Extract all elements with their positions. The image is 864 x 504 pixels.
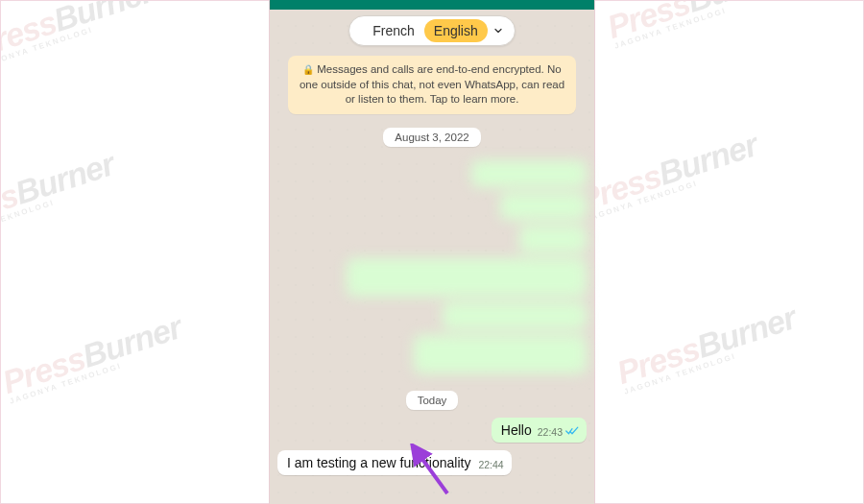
language-option-french[interactable]: French bbox=[363, 19, 424, 42]
message-meta: 22:44 bbox=[478, 459, 503, 470]
message-text: Hello bbox=[501, 422, 532, 438]
chat-scroll-area[interactable]: French English 🔒Messages and calls are e… bbox=[270, 0, 594, 504]
redacted-messages-block bbox=[337, 160, 587, 373]
message-time: 22:43 bbox=[538, 426, 563, 438]
date-separator: Today bbox=[406, 391, 459, 410]
double-check-read-icon bbox=[565, 426, 579, 438]
incoming-message-bubble[interactable]: I am testing a new functionality 22:44 bbox=[277, 450, 512, 475]
chevron-down-icon[interactable] bbox=[488, 25, 509, 36]
date-separator: August 3, 2022 bbox=[383, 128, 480, 147]
message-time: 22:44 bbox=[478, 459, 503, 470]
message-meta: 22:43 bbox=[538, 426, 579, 438]
message-text: I am testing a new functionality bbox=[287, 455, 470, 470]
language-switch: French English bbox=[348, 15, 516, 46]
encryption-notice[interactable]: 🔒Messages and calls are end-to-end encry… bbox=[288, 56, 576, 114]
outgoing-message-bubble[interactable]: Hello 22:43 bbox=[492, 418, 587, 443]
lock-icon: 🔒 bbox=[302, 64, 314, 75]
language-option-english[interactable]: English bbox=[424, 19, 488, 42]
encryption-notice-text: Messages and calls are end-to-end encryp… bbox=[300, 63, 564, 105]
whatsapp-chat-view: French English 🔒Messages and calls are e… bbox=[269, 0, 595, 504]
